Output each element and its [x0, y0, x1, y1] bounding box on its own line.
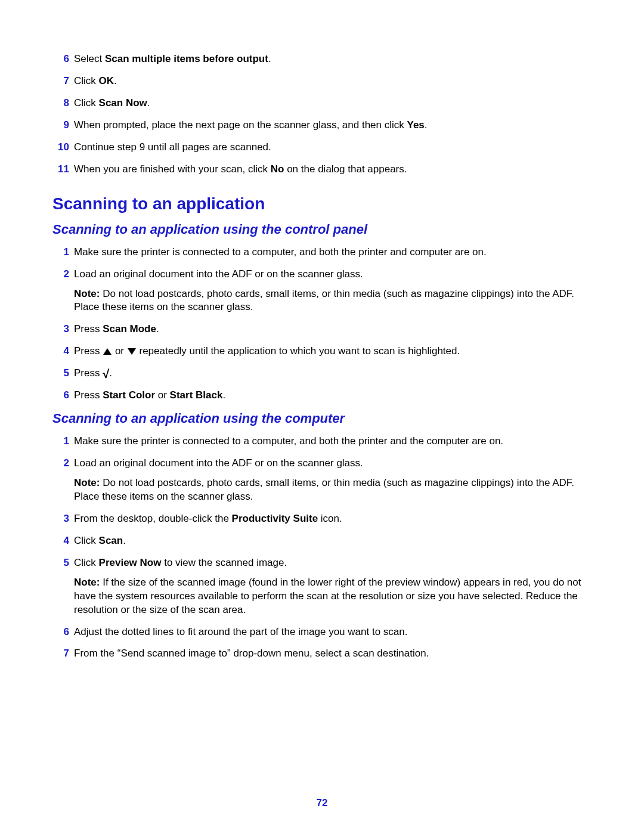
step-item: 2Load an original document into the ADF …: [52, 457, 592, 504]
step-item: 10Continue step 9 until all pages are sc…: [52, 141, 592, 154]
bold-text: Productivity Suite: [232, 513, 318, 524]
bold-text: Start Black: [170, 389, 223, 401]
step-list-top: 6Select Scan multiple items before outpu…: [52, 52, 592, 176]
step-body: Press or repeatedly until the applicatio…: [74, 345, 592, 358]
step-item: 7Click OK.: [52, 75, 592, 88]
step-item: 7From the “Send scanned image to” drop-d…: [52, 647, 592, 661]
arrow-down-icon: [128, 348, 136, 355]
step-body: From the desktop, double-click the Produ…: [74, 512, 592, 526]
step-item: 3From the desktop, double-click the Prod…: [52, 512, 592, 526]
step-body: Press √.: [74, 367, 592, 380]
step-body: From the “Send scanned image to” drop-do…: [74, 647, 592, 661]
step-item: 6Press Start Color or Start Black.: [52, 389, 592, 402]
step-body: Press Start Color or Start Black.: [74, 389, 592, 402]
step-text: Load an original document into the ADF o…: [74, 457, 592, 470]
step-text: Select Scan multiple items before output…: [74, 52, 592, 66]
page-number: 72: [0, 797, 644, 809]
step-item: 6Select Scan multiple items before outpu…: [52, 52, 592, 66]
step-note: Note: If the size of the scanned image (…: [74, 576, 592, 617]
step-body: Click Scan.: [74, 534, 592, 548]
step-body: Click Scan Now.: [74, 97, 592, 110]
section-heading: Scanning to an application: [52, 194, 592, 213]
step-text: From the “Send scanned image to” drop-do…: [74, 647, 592, 661]
bold-text: Start Color: [103, 389, 155, 401]
step-body: Select Scan multiple items before output…: [74, 52, 592, 66]
step-text: Press or repeatedly until the applicatio…: [74, 345, 592, 358]
bold-text: Scan Now: [99, 97, 147, 109]
step-text: Click Scan.: [74, 534, 592, 548]
step-number: 4: [52, 345, 69, 358]
bold-text: Scan: [99, 535, 123, 546]
step-number: 2: [52, 268, 69, 281]
step-number: 8: [52, 97, 69, 110]
step-number: 6: [52, 625, 69, 639]
step-list-sub1: 1Make sure the printer is connected to a…: [52, 246, 592, 403]
step-number: 5: [52, 367, 69, 380]
step-number: 4: [52, 534, 69, 548]
step-body: Adjust the dotted lines to fit around th…: [74, 625, 592, 639]
step-number: 9: [52, 119, 69, 132]
step-body: When you are finished with your scan, cl…: [74, 163, 592, 176]
step-item: 8Click Scan Now.: [52, 97, 592, 110]
step-body: Make sure the printer is connected to a …: [74, 246, 592, 259]
step-number: 3: [52, 512, 69, 526]
step-body: Press Scan Mode.: [74, 323, 592, 336]
step-note: Note: Do not load postcards, photo cards…: [74, 287, 592, 315]
step-item: 4Click Scan.: [52, 534, 592, 548]
step-text: Click Scan Now.: [74, 97, 592, 110]
step-body: Load an original document into the ADF o…: [74, 268, 592, 315]
step-number: 10: [52, 141, 69, 154]
step-number: 7: [52, 75, 69, 88]
step-text: Press Start Color or Start Black.: [74, 389, 592, 402]
step-text: From the desktop, double-click the Produ…: [74, 512, 592, 526]
step-number: 7: [52, 647, 69, 661]
subsection-heading-1: Scanning to an application using the con…: [52, 222, 592, 237]
step-number: 2: [52, 457, 69, 470]
step-number: 6: [52, 389, 69, 402]
step-item: 4Press or repeatedly until the applicati…: [52, 345, 592, 358]
bold-text: Note:: [74, 477, 100, 488]
step-body: When prompted, place the next page on th…: [74, 119, 592, 132]
step-body: Load an original document into the ADF o…: [74, 457, 592, 504]
check-icon: √: [103, 367, 109, 380]
step-body: Click Preview Now to view the scanned im…: [74, 556, 592, 617]
step-number: 5: [52, 556, 69, 570]
step-number: 1: [52, 435, 69, 448]
step-item: 11When you are finished with your scan, …: [52, 163, 592, 176]
arrow-up-icon: [103, 348, 112, 355]
step-text: Click OK.: [74, 75, 592, 88]
step-text: Make sure the printer is connected to a …: [74, 246, 592, 259]
bold-text: Preview Now: [99, 557, 162, 568]
step-text: Continue step 9 until all pages are scan…: [74, 141, 592, 154]
bold-text: Yes: [407, 119, 425, 131]
document-page: 6Select Scan multiple items before outpu…: [0, 0, 644, 833]
bold-text: Scan Mode: [103, 323, 156, 335]
step-list-sub2: 1Make sure the printer is connected to a…: [52, 435, 592, 661]
step-number: 6: [52, 52, 69, 66]
step-text: Press √.: [74, 367, 592, 380]
step-text: Adjust the dotted lines to fit around th…: [74, 625, 592, 639]
step-text: When prompted, place the next page on th…: [74, 119, 592, 132]
step-item: 1Make sure the printer is connected to a…: [52, 435, 592, 448]
bold-text: OK: [99, 75, 114, 86]
step-note: Note: Do not load postcards, photo cards…: [74, 476, 592, 504]
step-text: Make sure the printer is connected to a …: [74, 435, 592, 448]
step-text: When you are finished with your scan, cl…: [74, 163, 592, 176]
bold-text: Note:: [74, 288, 100, 299]
step-item: 9When prompted, place the next page on t…: [52, 119, 592, 132]
step-number: 1: [52, 246, 69, 259]
step-body: Make sure the printer is connected to a …: [74, 435, 592, 448]
step-body: Continue step 9 until all pages are scan…: [74, 141, 592, 154]
step-text: Click Preview Now to view the scanned im…: [74, 556, 592, 570]
subsection-heading-2: Scanning to an application using the com…: [52, 411, 592, 426]
step-number: 3: [52, 323, 69, 336]
step-text: Load an original document into the ADF o…: [74, 268, 592, 281]
step-item: 5Click Preview Now to view the scanned i…: [52, 556, 592, 617]
step-number: 11: [52, 163, 69, 176]
step-item: 5Press √.: [52, 367, 592, 380]
step-item: 3Press Scan Mode.: [52, 323, 592, 336]
step-body: Click OK.: [74, 75, 592, 88]
bold-text: Note:: [74, 577, 100, 588]
step-item: 6Adjust the dotted lines to fit around t…: [52, 625, 592, 639]
bold-text: Scan multiple items before output: [105, 53, 268, 64]
